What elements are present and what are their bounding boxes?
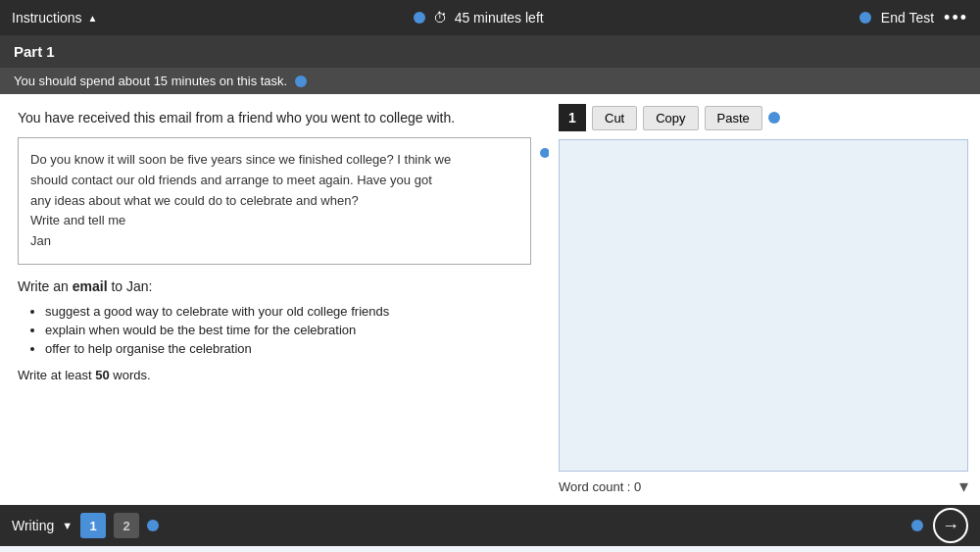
bullet-item-2: explain when would be the best time for … bbox=[45, 323, 531, 337]
bottom-right-dot-icon bbox=[911, 520, 923, 531]
paste-button[interactable]: Paste bbox=[705, 106, 762, 130]
word-requirement: Write at least 50 words. bbox=[18, 368, 531, 382]
word-count-label: Word count : 0 bbox=[559, 479, 641, 494]
next-button[interactable]: → bbox=[933, 508, 968, 543]
email-bold-label: email bbox=[73, 278, 108, 294]
email-signature: Jan bbox=[30, 231, 518, 252]
writing-textarea[interactable] bbox=[559, 139, 968, 472]
timer-section: ⏱ 45 minutes left bbox=[414, 10, 544, 25]
bullet-item-1: suggest a good way to celebrate with you… bbox=[45, 304, 531, 319]
tab-2-button[interactable]: 2 bbox=[114, 513, 139, 538]
part-header: Part 1 bbox=[0, 35, 980, 68]
main-content-area: You have received this email from a frie… bbox=[0, 94, 980, 505]
subtitle-text: You should spend about 15 minutes on thi… bbox=[14, 74, 287, 88]
bottom-dot-icon bbox=[147, 520, 159, 531]
prompt-text: You have received this email from a frie… bbox=[18, 110, 531, 125]
left-panel: You have received this email from a frie… bbox=[0, 94, 549, 505]
subtitle-bar: You should spend about 15 minutes on thi… bbox=[0, 68, 980, 94]
word-count-bar: Word count : 0 ▾ bbox=[559, 472, 968, 497]
instructions-section[interactable]: Instructions ▲ bbox=[12, 10, 98, 25]
subtitle-dot-icon bbox=[295, 75, 307, 87]
end-test-dot-icon bbox=[859, 12, 871, 24]
bullet-item-3: offer to help organise the celebration bbox=[45, 341, 531, 356]
bullet-list: suggest a good way to celebrate with you… bbox=[45, 304, 531, 356]
bottom-navigation-bar: Writing ▼ 1 2 → bbox=[0, 505, 980, 546]
writing-label: Writing bbox=[12, 518, 54, 533]
clock-icon: ⏱ bbox=[433, 10, 447, 25]
more-options-icon[interactable]: ••• bbox=[944, 8, 968, 28]
email-line-1: Do you know it will soon be five years s… bbox=[30, 150, 518, 171]
scroll-down-icon[interactable]: ▾ bbox=[959, 476, 968, 497]
end-test-label: End Test bbox=[881, 10, 934, 25]
timer-text: 45 minutes left bbox=[455, 10, 544, 25]
email-line-2: should contact our old friends and arran… bbox=[30, 171, 518, 191]
end-test-section[interactable]: End Test ••• bbox=[859, 8, 968, 28]
email-box: Do you know it will soon be five years s… bbox=[18, 137, 531, 265]
bottom-right-section: → bbox=[911, 508, 968, 543]
copy-button[interactable]: Copy bbox=[643, 106, 698, 130]
cut-button[interactable]: Cut bbox=[592, 106, 637, 130]
timer-dot-icon bbox=[414, 12, 425, 24]
email-line-3: any ideas about what we could do to cele… bbox=[30, 191, 518, 212]
instructions-chevron-icon: ▲ bbox=[88, 13, 98, 24]
instructions-label: Instructions bbox=[12, 10, 82, 25]
right-panel: 1 Cut Copy Paste Word count : 0 ▾ bbox=[549, 94, 980, 505]
tab-1-button[interactable]: 1 bbox=[80, 513, 106, 538]
writing-chevron-icon[interactable]: ▼ bbox=[62, 520, 73, 531]
task-instruction: Write an email to Jan: bbox=[18, 278, 531, 294]
task-number-box: 1 bbox=[559, 104, 586, 131]
toolbar-dot-icon bbox=[768, 112, 780, 124]
email-line-4: Write and tell me bbox=[30, 211, 518, 231]
word-count-bold: 50 bbox=[95, 368, 109, 382]
editing-toolbar: 1 Cut Copy Paste bbox=[559, 104, 968, 131]
part-label: Part 1 bbox=[14, 43, 55, 60]
top-navigation-bar: Instructions ▲ ⏱ 45 minutes left End Tes… bbox=[0, 0, 980, 35]
email-dot-indicator bbox=[540, 148, 549, 158]
bottom-left-section: Writing ▼ 1 2 bbox=[12, 513, 159, 538]
